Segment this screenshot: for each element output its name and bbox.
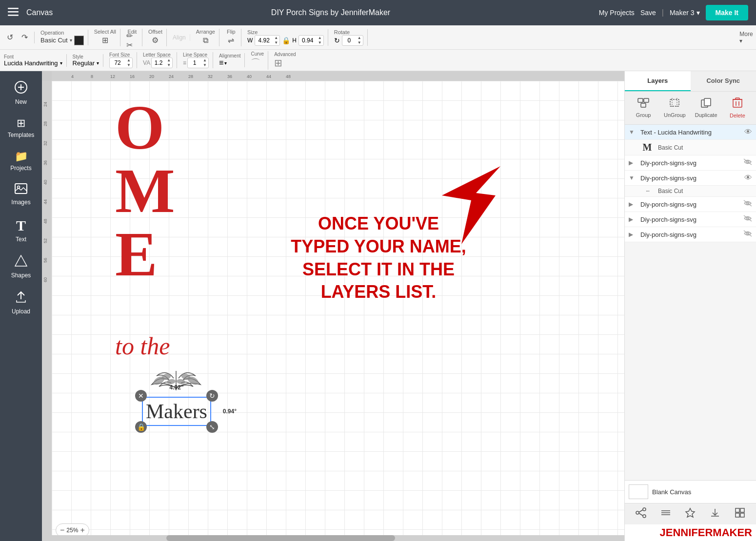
curve-button[interactable]: ⌒ xyxy=(251,57,264,70)
layer-item-svg-2[interactable]: ▶ Diy-porch-signs-svg xyxy=(625,155,756,171)
line-space-label: Line Space xyxy=(183,52,209,58)
delete-button[interactable]: Delete xyxy=(723,96,752,120)
makers-text-container[interactable]: Makers ✕ ↻ 🔒 ⤡ 4.92" 0.94° xyxy=(142,397,211,426)
sidebar-item-text[interactable]: T Text xyxy=(0,212,42,249)
select-all-button[interactable]: ⊞ xyxy=(99,35,111,46)
svg-text:8: 8 xyxy=(91,74,93,79)
ungroup-button[interactable]: UnGroup xyxy=(660,96,689,120)
svg-text:52: 52 xyxy=(43,238,48,243)
visibility-icon-1[interactable]: 👁 xyxy=(744,128,752,136)
panel-grid-icon[interactable] xyxy=(735,507,745,521)
layer-sub-svg-3[interactable]: ⋯ Basic Cut xyxy=(625,186,756,197)
duplicate-icon xyxy=(701,98,712,110)
duplicate-button[interactable]: Duplicate xyxy=(692,96,721,120)
height-down[interactable]: ▼ xyxy=(317,40,323,45)
svg-text:24: 24 xyxy=(43,102,48,107)
svg-point-60 xyxy=(643,508,646,511)
layer-expand-1[interactable]: ▼ xyxy=(629,129,637,135)
layer-expand-6[interactable]: ▶ xyxy=(629,231,637,238)
layer-expand-4[interactable]: ▶ xyxy=(629,201,637,208)
width-up[interactable]: ▲ xyxy=(273,36,279,40)
maker-select[interactable]: Maker 3 ▾ xyxy=(670,9,700,17)
sidebar-item-templates[interactable]: ⊞ Templates xyxy=(0,111,42,144)
tab-color-sync[interactable]: Color Sync xyxy=(691,71,756,91)
tab-layers[interactable]: Layers xyxy=(625,71,691,91)
zoom-in-button[interactable]: + xyxy=(80,526,84,535)
more-button[interactable]: More ▾ xyxy=(740,32,752,43)
visibility-icon-6[interactable] xyxy=(743,230,752,239)
bottom-scrollbar[interactable] xyxy=(52,535,624,541)
make-it-button[interactable]: Make It xyxy=(706,5,748,20)
layer-item-svg-3[interactable]: ▼ Diy-porch-signs-svg 👁 xyxy=(625,171,756,186)
sidebar-item-images[interactable]: Images xyxy=(0,177,42,212)
layer-item-svg-6[interactable]: ▶ Diy-porch-signs-svg xyxy=(625,227,756,242)
annotation-line1: ONCE YOU'VE xyxy=(261,213,496,235)
scroll-thumb[interactable] xyxy=(166,535,396,541)
height-input[interactable]: ▲ ▼ xyxy=(298,35,324,46)
resize-handle[interactable]: ⤡ xyxy=(206,421,218,433)
width-down[interactable]: ▼ xyxy=(273,40,279,45)
layer-expand-2[interactable]: ▶ xyxy=(629,159,637,166)
edit-button[interactable]: ✏✂ xyxy=(126,35,138,46)
operation-select[interactable]: Basic Cut ▾ xyxy=(40,36,84,45)
sidebar-item-upload[interactable]: Upload xyxy=(0,285,42,321)
panel-pin-icon[interactable] xyxy=(685,507,696,521)
w-label: W xyxy=(247,37,253,44)
alignment-select[interactable]: ≡ ▾ xyxy=(219,58,240,67)
width-input[interactable]: ▲ ▼ xyxy=(255,35,280,46)
advanced-button[interactable]: ⊞ xyxy=(274,57,296,69)
rotate-up[interactable]: ▲ xyxy=(356,36,363,40)
rotate-down[interactable]: ▼ xyxy=(356,40,363,45)
blank-canvas-row: Blank Canvas xyxy=(625,480,756,503)
layer-sub-icon-dotted: ⋯ xyxy=(640,188,654,194)
svg-text:48: 48 xyxy=(286,74,291,79)
lock-icon[interactable]: 🔒 xyxy=(282,37,290,44)
layer-item-svg-5[interactable]: ▶ Diy-porch-signs-svg xyxy=(625,212,756,227)
panel-share-icon[interactable] xyxy=(636,507,646,521)
flip-button[interactable]: ⇌ xyxy=(225,35,237,46)
color-swatch[interactable] xyxy=(74,36,84,45)
canvas-area[interactable]: O M E to the xyxy=(52,81,624,541)
panel-download-icon[interactable] xyxy=(710,507,720,521)
svg-text:32: 32 xyxy=(208,74,213,79)
layer-item-text[interactable]: ▼ Text - Lucida Handwriting 👁 xyxy=(625,125,756,140)
save-button[interactable]: Save xyxy=(640,9,656,17)
ungroup-icon xyxy=(669,98,680,110)
visibility-icon-4[interactable] xyxy=(743,200,752,209)
height-value[interactable] xyxy=(299,37,317,44)
layer-expand-5[interactable]: ▶ xyxy=(629,216,637,223)
annotation-line3: SELECT IT IN THE xyxy=(261,258,496,281)
offset-button[interactable]: ⚙ xyxy=(149,35,161,46)
delete-handle[interactable]: ✕ xyxy=(135,390,147,402)
undo-button[interactable]: ↺ xyxy=(4,32,16,43)
font-size-input[interactable]: ▲ ▼ xyxy=(109,58,133,68)
panel-layers-icon[interactable] xyxy=(660,507,671,521)
line-space-input[interactable]: ▲ ▼ xyxy=(187,58,209,68)
redo-button[interactable]: ↷ xyxy=(19,32,30,43)
height-up[interactable]: ▲ xyxy=(317,36,323,40)
width-value[interactable] xyxy=(255,37,273,44)
sidebar-item-projects[interactable]: 📁 Projects xyxy=(0,144,42,177)
visibility-icon-5[interactable] xyxy=(743,215,752,224)
zoom-out-button[interactable]: − xyxy=(60,526,64,535)
layer-sub-text[interactable]: M Basic Cut xyxy=(625,140,756,155)
svg-text:12: 12 xyxy=(110,74,115,79)
letter-space-input[interactable]: ▲ ▼ xyxy=(151,58,173,68)
lock-handle[interactable]: 🔒 xyxy=(135,421,147,433)
sidebar-item-new[interactable]: New xyxy=(0,75,42,111)
sidebar-item-shapes[interactable]: Shapes xyxy=(0,249,42,285)
style-select[interactable]: Regular ▾ xyxy=(73,59,99,67)
svg-text:40: 40 xyxy=(43,180,48,185)
layer-expand-3[interactable]: ▼ xyxy=(629,174,637,181)
layer-item-svg-4[interactable]: ▶ Diy-porch-signs-svg xyxy=(625,197,756,212)
rotate-input[interactable]: ▲ ▼ xyxy=(342,35,363,46)
visibility-icon-2[interactable] xyxy=(743,158,752,167)
font-select[interactable]: Lucida Handwriting ▾ xyxy=(4,59,62,67)
rotate-handle[interactable]: ↻ xyxy=(206,390,218,402)
arrange-button[interactable]: ⧉ xyxy=(199,35,211,46)
group-button[interactable]: Group xyxy=(629,96,658,120)
hamburger-icon[interactable] xyxy=(8,6,19,19)
visibility-icon-3[interactable]: 👁 xyxy=(744,174,752,182)
my-projects-link[interactable]: My Projects xyxy=(599,9,635,17)
rotate-value[interactable] xyxy=(342,37,356,44)
